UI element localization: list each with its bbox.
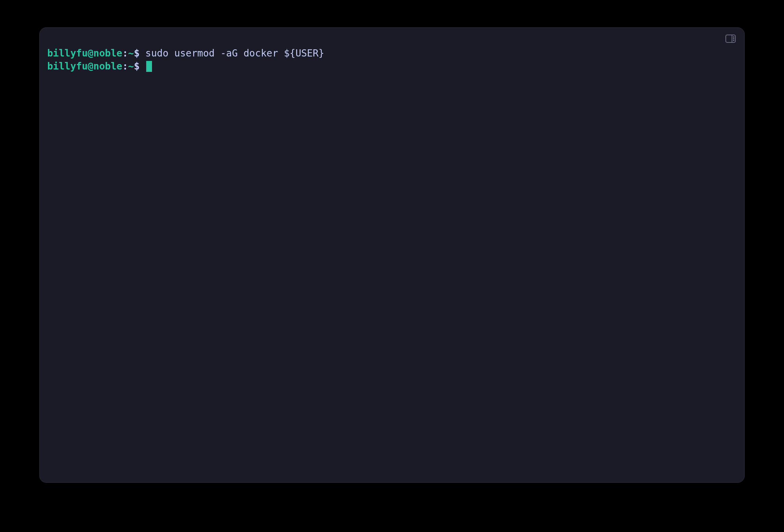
terminal-content[interactable]: billyfu@noble:~$ sudo usermod -aG docker…: [40, 28, 744, 80]
prompt-separator: :: [122, 47, 128, 60]
terminal-window[interactable]: billyfu@noble:~$ sudo usermod -aG docker…: [39, 27, 745, 483]
prompt-path: ~: [128, 47, 134, 60]
prompt-separator: :: [122, 60, 128, 73]
panel-toggle-icon[interactable]: [724, 34, 737, 43]
command-text: [140, 60, 146, 73]
terminal-line: billyfu@noble:~$: [47, 60, 737, 73]
window-controls: [724, 34, 737, 43]
prompt-dollar: $: [134, 60, 140, 73]
svg-point-2: [733, 37, 734, 37]
prompt-user-host: billyfu@noble: [47, 60, 122, 73]
prompt-user-host: billyfu@noble: [47, 47, 122, 60]
command-text: sudo usermod -aG docker ${USER}: [140, 47, 324, 60]
prompt-path: ~: [128, 60, 134, 73]
prompt-dollar: $: [134, 47, 140, 60]
cursor-block: [146, 61, 152, 72]
terminal-line: billyfu@noble:~$ sudo usermod -aG docker…: [47, 47, 737, 60]
svg-point-4: [733, 40, 734, 41]
svg-point-3: [733, 38, 734, 39]
